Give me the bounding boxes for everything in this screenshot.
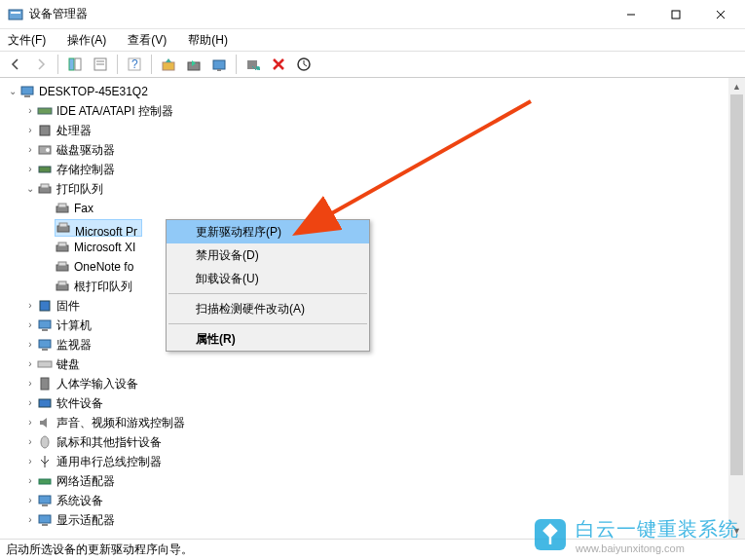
scan-hardware-button[interactable] — [207, 53, 231, 76]
properties-button[interactable] — [89, 53, 112, 76]
back-button[interactable] — [4, 53, 27, 76]
expand-icon[interactable]: › — [23, 160, 37, 179]
tree-item-monitor[interactable]: ›监视器 — [2, 335, 743, 355]
svg-rect-40 — [39, 320, 51, 328]
printer-icon — [55, 201, 70, 216]
tree-item-software[interactable]: ›软件设备 — [2, 393, 743, 413]
minimize-button[interactable] — [609, 0, 653, 29]
menu-file[interactable]: 文件(F) — [4, 30, 50, 51]
menu-view[interactable]: 查看(V) — [124, 30, 170, 51]
expand-icon[interactable]: › — [23, 393, 37, 413]
uninstall-button[interactable] — [267, 53, 290, 76]
toolbar: ? — [0, 51, 745, 78]
disable-button[interactable] — [242, 53, 265, 76]
expand-icon[interactable]: › — [23, 335, 37, 355]
tree-root[interactable]: ⌄ DESKTOP-45E31Q2 — [2, 82, 743, 101]
scroll-thumb[interactable] — [730, 94, 743, 475]
expand-icon[interactable]: › — [23, 374, 37, 393]
svg-text:?: ? — [131, 57, 138, 71]
tree-item-fax[interactable]: Fax — [2, 199, 743, 218]
expand-icon[interactable]: › — [23, 316, 37, 335]
ctx-properties[interactable]: 属性(R) — [167, 327, 369, 351]
menu-help[interactable]: 帮助(H) — [184, 30, 232, 51]
expand-icon[interactable]: › — [23, 471, 37, 491]
svg-rect-39 — [40, 301, 50, 311]
expand-icon[interactable]: › — [23, 296, 37, 316]
tree-item-usb[interactable]: ›通用串行总线控制器 — [2, 452, 743, 471]
cpu-icon — [37, 123, 53, 138]
tree-item-keyboard[interactable]: ›键盘 — [2, 355, 743, 374]
close-button[interactable] — [698, 0, 743, 29]
tree-item-msxps[interactable]: Microsoft XI — [2, 238, 743, 257]
maximize-button[interactable] — [653, 0, 698, 29]
disk-icon — [37, 142, 53, 158]
collapse-icon[interactable]: ⌄ — [23, 179, 37, 199]
svg-rect-1 — [11, 12, 20, 14]
svg-rect-28 — [41, 184, 49, 188]
hid-icon — [37, 376, 53, 392]
update-driver-button[interactable] — [157, 53, 180, 76]
svg-point-47 — [41, 436, 49, 448]
tree-item-storage[interactable]: ›存储控制器 — [2, 160, 743, 179]
ctx-update-driver[interactable]: 更新驱动程序(P) — [167, 220, 369, 243]
help-button[interactable]: ? — [123, 53, 146, 76]
enable-button[interactable] — [182, 53, 205, 76]
svg-rect-15 — [213, 60, 225, 69]
expand-icon[interactable]: › — [23, 140, 37, 160]
refresh-button[interactable] — [292, 53, 316, 76]
expand-icon[interactable]: ⌄ — [6, 82, 19, 101]
separator — [168, 293, 367, 294]
menu-action[interactable]: 操作(A) — [63, 30, 110, 51]
expand-icon[interactable]: › — [23, 101, 37, 121]
tree-item-hid[interactable]: ›人体学输入设备 — [2, 374, 743, 393]
watermark-brand: 白云一键重装系统 — [576, 518, 739, 540]
tree-item-cpu[interactable]: ›处理器 — [2, 121, 743, 140]
svg-rect-34 — [58, 243, 66, 246]
tree-item-system[interactable]: ›系统设备 — [2, 491, 743, 510]
storage-icon — [37, 162, 53, 177]
tree-item-rootprint[interactable]: 根打印队列 — [2, 277, 743, 296]
tree-item-printqueue[interactable]: ⌄打印队列 — [2, 179, 743, 199]
expand-icon[interactable]: › — [23, 355, 37, 374]
tree-item-mouse[interactable]: ›鼠标和其他指针设备 — [2, 432, 743, 452]
tree-item-audio[interactable]: ›声音、视频和游戏控制器 — [2, 413, 743, 432]
expand-icon[interactable]: › — [23, 413, 37, 432]
controller-icon — [37, 103, 53, 119]
tree-item-firmware[interactable]: ›固件 — [2, 296, 743, 316]
menubar: 文件(F) 操作(A) 查看(V) 帮助(H) — [0, 29, 745, 51]
ctx-uninstall[interactable]: 卸载设备(U) — [167, 267, 369, 290]
usb-icon — [37, 454, 53, 469]
expand-icon[interactable]: › — [23, 491, 37, 510]
tree-item-computer[interactable]: ›计算机 — [2, 316, 743, 335]
svg-rect-36 — [58, 262, 66, 266]
tree-item-network[interactable]: ›网络适配器 — [2, 471, 743, 491]
ctx-disable[interactable]: 禁用设备(D) — [167, 243, 369, 267]
ctx-scan[interactable]: 扫描检测硬件改动(A) — [167, 297, 369, 320]
svg-rect-51 — [39, 515, 51, 523]
svg-rect-49 — [39, 496, 51, 504]
tree-item-disk[interactable]: ›磁盘驱动器 — [2, 140, 743, 160]
network-icon — [37, 473, 53, 489]
expand-icon[interactable]: › — [23, 510, 37, 530]
forward-button[interactable] — [29, 53, 53, 76]
svg-point-25 — [46, 148, 50, 152]
tree-root-label: DESKTOP-45E31Q2 — [39, 82, 148, 101]
svg-rect-7 — [75, 58, 81, 70]
printer-icon — [55, 279, 70, 294]
tree-item-msprint[interactable]: Microsoft Pr — [2, 218, 743, 238]
expand-icon[interactable]: › — [23, 452, 37, 471]
show-hide-tree-button[interactable] — [63, 53, 87, 76]
tree-item-onenote[interactable]: OneNote fo — [2, 257, 743, 277]
expand-icon[interactable]: › — [23, 121, 37, 140]
svg-rect-3 — [672, 11, 680, 19]
svg-rect-44 — [38, 361, 52, 367]
scroll-up-button[interactable]: ▲ — [728, 78, 745, 94]
separator — [168, 323, 367, 324]
tree-item-ide[interactable]: ›IDE ATA/ATAPI 控制器 — [2, 101, 743, 121]
expand-icon[interactable]: › — [23, 432, 37, 452]
system-icon — [37, 493, 53, 508]
window-title: 设备管理器 — [29, 6, 609, 22]
svg-rect-23 — [40, 126, 50, 135]
svg-rect-32 — [59, 223, 67, 227]
vertical-scrollbar[interactable]: ▲ ▼ — [728, 78, 745, 539]
